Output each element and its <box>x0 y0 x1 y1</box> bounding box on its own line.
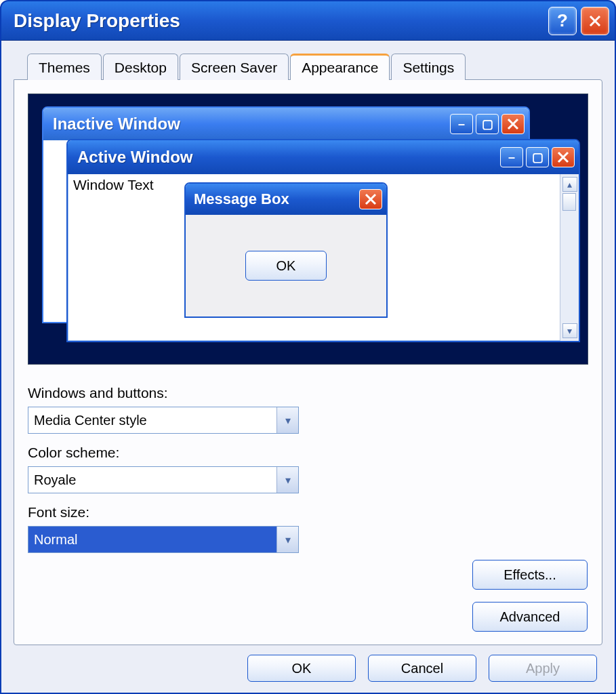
tab-settings[interactable]: Settings <box>391 54 466 80</box>
tab-desktop[interactable]: Desktop <box>103 54 178 80</box>
chevron-down-icon[interactable] <box>276 467 298 493</box>
windows-buttons-value: Media Center style <box>28 413 276 428</box>
maximize-icon: ▢ <box>476 114 499 134</box>
tab-themes[interactable]: Themes <box>27 54 102 80</box>
windows-buttons-combo[interactable]: Media Center style <box>28 407 299 434</box>
maximize-icon: ▢ <box>526 147 549 167</box>
close-icon <box>501 114 525 134</box>
inactive-window-titlebar: Inactive Window – ▢ <box>43 108 529 140</box>
appearance-preview: Inactive Window – ▢ Active Window <box>28 94 588 365</box>
advanced-button[interactable]: Advanced <box>472 602 588 632</box>
active-window-title: Active Window <box>77 148 500 167</box>
appearance-form: Windows and buttons: Media Center style … <box>28 380 588 553</box>
font-size-combo[interactable]: Normal <box>28 526 299 553</box>
scroll-thumb <box>562 193 576 211</box>
font-size-label: Font size: <box>28 504 588 520</box>
ok-button[interactable]: OK <box>247 655 356 682</box>
close-icon <box>588 14 602 28</box>
scrollbar: ▴ ▾ <box>560 174 579 341</box>
close-icon <box>552 147 575 167</box>
display-properties-dialog: Display Properties ? Themes Desktop Scre… <box>0 0 616 694</box>
tabs-row: Themes Desktop Screen Saver Appearance S… <box>14 53 602 79</box>
windows-buttons-label: Windows and buttons: <box>28 385 588 401</box>
help-button[interactable]: ? <box>548 7 577 35</box>
message-box-ok-button: OK <box>245 251 327 281</box>
preview-message-box: Message Box OK <box>184 182 388 318</box>
active-window-titlebar: Active Window – ▢ <box>68 140 579 174</box>
message-box-titlebar: Message Box <box>186 184 386 215</box>
tab-appearance[interactable]: Appearance <box>290 54 390 80</box>
scroll-up-icon: ▴ <box>562 177 577 192</box>
scroll-down-icon: ▾ <box>562 323 577 338</box>
close-button[interactable] <box>581 7 609 35</box>
font-size-value: Normal <box>28 532 276 548</box>
close-icon <box>359 189 382 209</box>
dialog-title: Display Properties <box>14 10 548 32</box>
cancel-button[interactable]: Cancel <box>368 655 476 682</box>
color-scheme-label: Color scheme: <box>28 445 588 461</box>
tab-screen-saver[interactable]: Screen Saver <box>180 54 289 80</box>
appearance-tab-content: Inactive Window – ▢ Active Window <box>14 79 602 645</box>
dialog-button-row: OK Cancel Apply <box>14 645 602 686</box>
apply-button[interactable]: Apply <box>489 655 597 682</box>
dialog-titlebar: Display Properties ? <box>1 1 615 41</box>
chevron-down-icon[interactable] <box>276 527 298 552</box>
minimize-icon: – <box>500 147 523 167</box>
dialog-body: Themes Desktop Screen Saver Appearance S… <box>1 41 615 693</box>
inactive-window-title: Inactive Window <box>53 115 450 134</box>
color-scheme-combo[interactable]: Royale <box>28 466 299 493</box>
effects-button[interactable]: Effects... <box>472 560 588 590</box>
chevron-down-icon[interactable] <box>276 407 298 433</box>
color-scheme-value: Royale <box>28 472 276 488</box>
minimize-icon: – <box>450 114 473 134</box>
message-box-title: Message Box <box>194 190 359 208</box>
